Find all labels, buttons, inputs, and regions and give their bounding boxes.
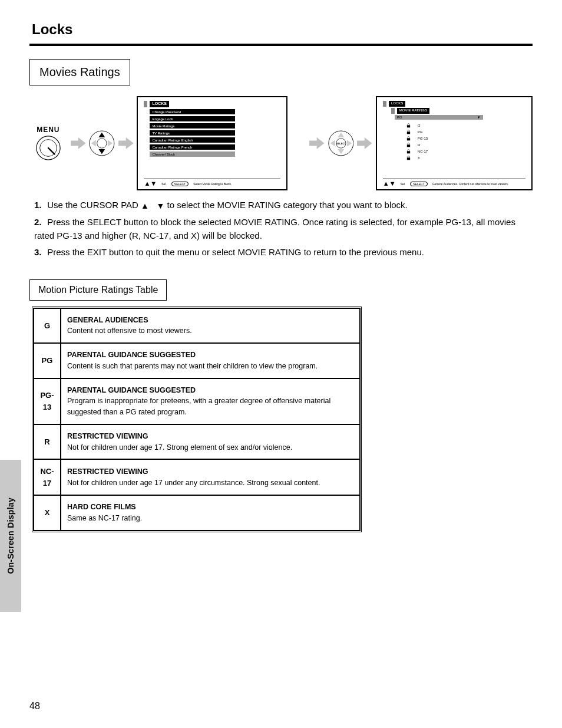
rating-desc: RESTRICTED VIEWINGNot for children under… [61, 424, 360, 460]
lock-icon [406, 123, 411, 128]
table-row: PG-13 PARENTAL GUIDANCE SUGGESTEDProgram… [34, 378, 360, 424]
svg-rect-9 [407, 131, 410, 134]
chevron-down-icon: ▼ [477, 116, 481, 119]
rating-code: NC-17 [34, 459, 61, 495]
dpad-updown-icon [89, 129, 115, 157]
step2-text: Press the SELECT button to block the sel… [34, 217, 515, 241]
rating-code: PG [34, 343, 61, 378]
step-3: 3. Press the EXIT button to quit the men… [29, 246, 533, 259]
rating-label: PG [418, 130, 423, 134]
rating-text: Not for children under age 17. Strong el… [67, 443, 292, 452]
rating-row: PG [406, 130, 525, 134]
svg-rect-13 [407, 157, 410, 160]
osd1-title: LOCKS [150, 101, 169, 107]
lock-icon [406, 149, 411, 154]
rating-label: NC-17 [418, 150, 428, 153]
ratings-table: G GENERAL AUDIENCESContent not offensive… [32, 307, 362, 532]
rating-name: PARENTAL GUIDANCE SUGGESTED [67, 386, 196, 394]
rating-code: PG-13 [34, 378, 61, 424]
rating-text: Content is such that parents may not wan… [67, 362, 318, 370]
table-row: G GENERAL AUDIENCESContent not offensive… [34, 308, 360, 344]
rating-name: RESTRICTED VIEWING [67, 432, 148, 440]
osd1-footer-tip: Select Movie Rating to Block. [193, 182, 232, 186]
arrow-right-icon [357, 136, 372, 151]
title-box: Movies Ratings [29, 59, 130, 85]
table-row: R RESTRICTED VIEWINGNot for children und… [34, 424, 360, 460]
rating-label: G [418, 124, 421, 127]
rating-name: GENERAL AUDIENCES [67, 316, 148, 324]
osd-movie-ratings: LOCKS MOVIE RATINGS PG ▼ G PG PG-13 R NC… [376, 96, 533, 190]
svg-point-4 [97, 139, 107, 148]
svg-rect-12 [407, 151, 410, 153]
osd1-item-highlight: Channel Block [150, 151, 235, 157]
svg-rect-10 [407, 138, 410, 140]
rating-row: PG-13 [406, 136, 525, 141]
osd2-footer-tip: General Audiences. Content not offensive… [432, 182, 509, 186]
osd2-crumb1: LOCKS [389, 101, 405, 107]
rating-row: X [406, 156, 525, 160]
arrow-right-icon [118, 136, 133, 151]
rating-row: NC-17 [406, 149, 525, 154]
side-tab: On-Screen Display [0, 460, 21, 612]
osd2-selected-rating: PG ▼ [395, 115, 483, 120]
lock-icon [406, 130, 411, 134]
osd1-item: Movie Ratings [150, 123, 235, 129]
svg-rect-11 [407, 144, 410, 147]
osd1-item: Canadian Ratings French [150, 144, 235, 150]
osd2-rating-list: G PG PG-13 R NC-17 X [406, 123, 525, 160]
rule [29, 44, 533, 46]
rating-name: PARENTAL GUIDANCE SUGGESTED [67, 351, 196, 359]
triangle-up-icon: ▲ [141, 200, 149, 212]
step-2: 2. Press the SELECT button to block the … [29, 216, 533, 242]
rating-text: Content not offensive to most viewers. [67, 327, 192, 335]
menu-button-graphic: MENU [29, 126, 67, 161]
osd2-footer-sel: Sel. [401, 182, 406, 186]
osd1-footer: ▲▼ Sel. SELECT Select Movie Rating to Bl… [144, 179, 280, 187]
rating-row: R [406, 143, 525, 147]
section-heading: Locks [29, 21, 533, 38]
arrow-right-icon [71, 136, 85, 151]
osd2-sub-label: PG [397, 116, 402, 119]
step1-text-b: to select the MOVIE RATING category that… [167, 200, 408, 210]
svg-text:SELECT: SELECT [336, 142, 346, 145]
svg-rect-8 [407, 125, 410, 127]
osd1-item: TV Ratings [150, 130, 235, 136]
rating-text: Program is inappropriate for preteens, w… [67, 397, 330, 416]
rating-desc: GENERAL AUDIENCESContent not offensive t… [61, 308, 360, 344]
triangle-down-icon: ▼ [156, 200, 164, 212]
osd1-item: Change Password [150, 109, 235, 114]
osd2-crumb2: MOVIE RATINGS [397, 108, 429, 114]
lock-icon [406, 136, 411, 141]
dpad-select-icon: SELECT [328, 129, 354, 157]
rating-code: R [34, 424, 61, 460]
step3-text: Press the EXIT button to quit the menu o… [47, 247, 424, 257]
select-pill: SELECT [171, 182, 189, 186]
rating-name: HARD CORE FILMS [67, 503, 136, 511]
side-tab-label: On-Screen Display [6, 498, 15, 574]
page-number: 48 [29, 701, 40, 711]
rating-desc: HARD CORE FILMSSame as NC-17 rating. [61, 495, 360, 531]
menu-label: MENU [29, 126, 67, 134]
rating-label: PG-13 [418, 137, 428, 140]
table-heading-box: Motion Picture Ratings Table [29, 279, 167, 301]
rating-code: X [34, 495, 61, 531]
osd1-item: Engage Lock [150, 116, 235, 121]
osd1-item: Canadian Ratings English [150, 137, 235, 143]
rating-code: G [34, 308, 61, 344]
lock-icon [406, 143, 411, 147]
osd-locks-menu: LOCKS Change Password Engage Lock Movie … [137, 96, 287, 190]
menu-knob-icon [35, 135, 61, 161]
step1-text-a: Use the CURSOR PAD [47, 200, 138, 210]
rating-desc: PARENTAL GUIDANCE SUGGESTEDProgram is in… [61, 378, 360, 424]
select-pill: SELECT [410, 182, 427, 186]
rating-label: X [418, 156, 420, 160]
rating-label: R [418, 143, 420, 147]
flow-diagram: MENU LOCKS [29, 96, 533, 190]
rating-name: RESTRICTED VIEWING [67, 467, 148, 476]
osd2-footer: ▲▼ Sel. SELECT General Audiences. Conten… [383, 179, 525, 187]
updown-icon: ▲▼ [383, 180, 396, 187]
rating-row: G [406, 123, 525, 128]
rating-text: Not for children under age 17 under any … [67, 479, 320, 487]
rating-desc: PARENTAL GUIDANCE SUGGESTEDContent is su… [61, 343, 360, 378]
table-row: NC-17 RESTRICTED VIEWINGNot for children… [34, 459, 360, 495]
